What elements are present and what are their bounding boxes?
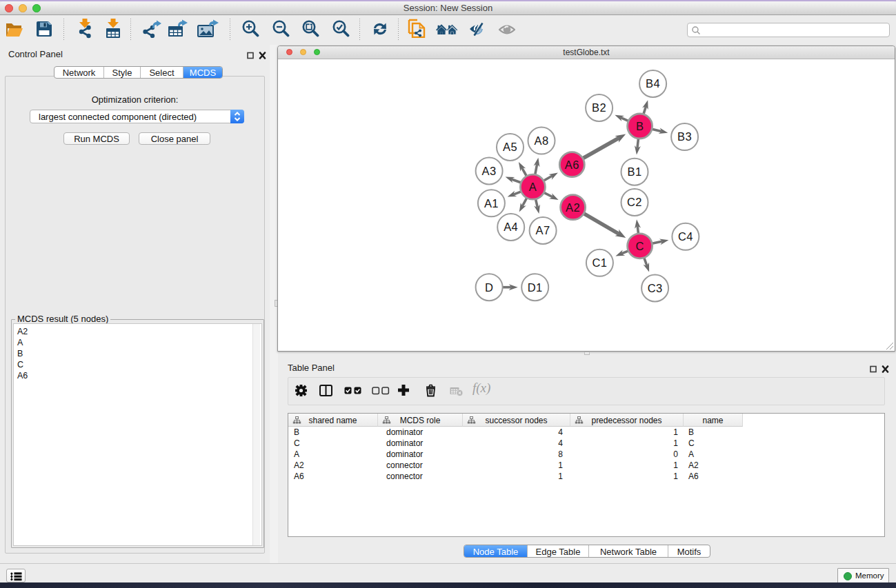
svg-text:D1: D1 [528,281,543,294]
svg-text:C4: C4 [678,230,693,243]
svg-text:A8: A8 [535,134,549,147]
svg-text:A1: A1 [484,197,499,210]
svg-text:B3: B3 [677,130,692,143]
svg-text:A7: A7 [536,224,550,236]
svg-text:C1: C1 [592,256,607,269]
svg-text:C3: C3 [648,282,663,294]
svg-text:A: A [529,181,537,193]
svg-text:B: B [636,120,644,132]
svg-text:A5: A5 [503,141,517,153]
svg-text:C: C [635,240,644,252]
svg-text:A4: A4 [504,221,518,233]
svg-text:A3: A3 [482,165,497,177]
svg-text:C2: C2 [627,196,642,208]
svg-text:A6: A6 [565,159,579,171]
svg-text:A2: A2 [566,201,580,214]
svg-text:B2: B2 [592,101,606,114]
svg-text:B4: B4 [646,77,660,90]
svg-text:D: D [485,281,493,294]
svg-text:B1: B1 [628,165,642,178]
